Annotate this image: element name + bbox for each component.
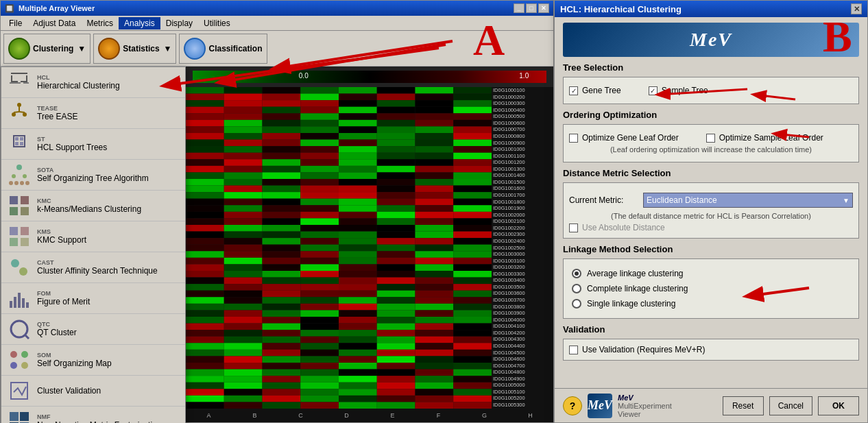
menu-item-kms[interactable]: KMS KMC Support <box>1 221 185 252</box>
footer-logo-box: MeV <box>588 394 612 418</box>
menu-utilities[interactable]: Utilities <box>198 17 236 29</box>
distance-box: Current Metric: Euclidean Distance ▼ (Th… <box>563 182 859 239</box>
reset-button[interactable]: Reset <box>723 396 764 415</box>
complete-linkage-label: Complete linkage clustering <box>587 284 688 293</box>
svg-line-12 <box>14 112 19 112</box>
row-label: ID0G1001300 <box>492 166 553 173</box>
ok-button[interactable]: OK <box>818 396 859 415</box>
optimize-sample-checkbox[interactable] <box>706 134 715 143</box>
statistics-dropdown-arrow[interactable]: ▼ <box>164 44 172 53</box>
svg-rect-2 <box>26 75 27 81</box>
help-button[interactable]: ? <box>563 396 582 415</box>
menu-analysis[interactable]: Analysis <box>119 17 160 29</box>
menu-display[interactable]: Display <box>160 17 198 29</box>
row-label: ID0G1004900 <box>492 376 553 383</box>
menu-item-cast[interactable]: CAST Cluster Affinity Search Technique <box>1 252 185 283</box>
row-label: ID0G1001700 <box>492 192 553 199</box>
metric-select-dropdown[interactable]: Euclidean Distance ▼ <box>643 193 853 208</box>
average-linkage-radio[interactable] <box>572 269 581 278</box>
gene-tree-checkbox[interactable] <box>569 86 578 95</box>
validation-item[interactable]: Use Validation (Requires MeV+R) <box>569 345 853 354</box>
menu-item-sota[interactable]: SOTA Self Organizing Tree Algorithm <box>1 160 185 191</box>
complete-linkage-item[interactable]: Complete linkage clustering <box>572 284 850 293</box>
cancel-button[interactable]: Cancel <box>769 396 812 415</box>
clustering-icon <box>8 38 30 60</box>
sample-tree-checkbox[interactable] <box>649 86 658 95</box>
single-linkage-item[interactable]: Single linkage clustering <box>572 299 850 309</box>
tree-selection-box: Gene Tree Sample Tree <box>563 77 859 104</box>
metric-select-arrow: ▼ <box>843 197 849 204</box>
current-metric-label: Current Metric: <box>569 195 638 205</box>
gene-tree-label: Gene Tree <box>582 86 621 95</box>
ordering-box: Optimize Gene Leaf Order Optimize Sample… <box>563 124 859 162</box>
statistics-button[interactable]: Statistics ▼ <box>98 38 171 60</box>
optimize-gene-item[interactable]: Optimize Gene Leaf Order <box>569 133 679 143</box>
classification-icon <box>184 38 206 60</box>
row-label: ID0G1004200 <box>492 330 553 337</box>
maximize-button[interactable]: □ <box>526 3 537 13</box>
menu-item-kmc[interactable]: KMC k-Means/Medians Clustering <box>1 191 185 221</box>
classification-button[interactable]: Classification <box>184 38 262 60</box>
absolute-distance-checkbox[interactable] <box>569 223 578 232</box>
optimize-gene-checkbox[interactable] <box>569 134 578 143</box>
menu-item-hcl[interactable]: HCL Hierarchical Clustering <box>1 67 185 98</box>
qtc-icon <box>7 317 32 341</box>
svg-rect-1 <box>11 75 12 81</box>
svg-point-25 <box>25 181 29 185</box>
linkage-box: Average linkage clustering Complete link… <box>563 258 859 319</box>
sample-tree-label: Sample Tree <box>662 86 708 95</box>
single-linkage-radio[interactable] <box>572 299 581 309</box>
menu-item-tease[interactable]: TEASE Tree EASE <box>1 98 185 129</box>
hcl-icon <box>7 70 32 95</box>
row-label: ID0G1003200 <box>492 264 553 271</box>
nmf-icon <box>7 409 32 423</box>
footer-logo: MeV <box>588 394 612 418</box>
menu-item-cluster-validation[interactable]: Cluster Validation <box>1 376 185 407</box>
row-label: ID0G1000500 <box>492 113 553 120</box>
toolbar: Clustering ▼ Statistics ▼ Classification <box>1 31 553 67</box>
hcl-dialog: HCL: Hierarchical Clustering ✕ MeV Tree … <box>554 0 868 423</box>
menu-item-qtc[interactable]: QTC QT Cluster <box>1 314 185 345</box>
sample-tree-item[interactable]: Sample Tree <box>649 86 708 95</box>
row-label: ID0G1000300 <box>492 100 553 107</box>
menu-metrics[interactable]: Metrics <box>81 17 119 29</box>
validation-box: Use Validation (Requires MeV+R) <box>563 339 859 361</box>
clustering-label: Clustering <box>33 44 73 53</box>
menu-item-fom[interactable]: FOM Figure of Merit <box>1 283 185 314</box>
absolute-distance-item[interactable]: Use Absolute Distance <box>569 223 853 232</box>
optimize-sample-item[interactable]: Optimize Sample Leaf Order <box>706 133 823 143</box>
menu-item-som[interactable]: SOM Self Organizing Map <box>1 345 185 376</box>
hcl-footer: ? MeV MeV MultiExperimentViewer Reset Ca… <box>555 388 867 422</box>
linkage-header: Linkage Method Selection <box>563 244 859 254</box>
average-linkage-item[interactable]: Average linkage clustering <box>572 269 850 278</box>
ordering-row: Optimize Gene Leaf Order Optimize Sample… <box>569 133 853 143</box>
row-label: ID0G1001400 <box>492 172 553 179</box>
menu-item-nmf[interactable]: NMF Non-Negative Matrix Factorization <box>1 407 185 423</box>
clustering-button[interactable]: Clustering ▼ <box>8 38 86 60</box>
single-linkage-label: Single linkage clustering <box>587 299 675 309</box>
optimize-gene-label: Optimize Gene Leaf Order <box>582 133 679 143</box>
complete-linkage-radio[interactable] <box>572 284 581 293</box>
menu-file[interactable]: File <box>3 17 27 29</box>
row-label: ID0G1001000 <box>492 146 553 153</box>
svg-rect-38 <box>18 293 21 308</box>
menu-adjust-data[interactable]: Adjust Data <box>27 17 81 29</box>
som-icon <box>7 348 32 372</box>
clustering-dropdown-arrow[interactable]: ▼ <box>77 44 86 53</box>
svg-rect-5 <box>10 82 15 84</box>
minimize-button[interactable]: _ <box>514 3 525 13</box>
validation-label: Use Validation (Requires MeV+R) <box>582 345 706 354</box>
ordering-hint: (Leaf ordering optimization will increas… <box>569 145 853 154</box>
svg-rect-27 <box>21 196 29 204</box>
row-label: ID0G1005100 <box>492 389 553 396</box>
gene-tree-item[interactable]: Gene Tree <box>569 86 621 95</box>
row-label: ID0G1001800 <box>492 199 553 206</box>
validation-checkbox[interactable] <box>569 346 578 354</box>
row-label: ID0G1000800 <box>492 133 553 140</box>
row-label: ID0G1002400 <box>492 238 553 245</box>
hcl-close-button[interactable]: ✕ <box>851 3 862 14</box>
close-button[interactable]: ✕ <box>538 3 549 13</box>
svg-point-34 <box>11 259 19 267</box>
svg-point-44 <box>21 351 28 358</box>
menu-item-st[interactable]: ST HCL Support Trees <box>1 129 185 160</box>
